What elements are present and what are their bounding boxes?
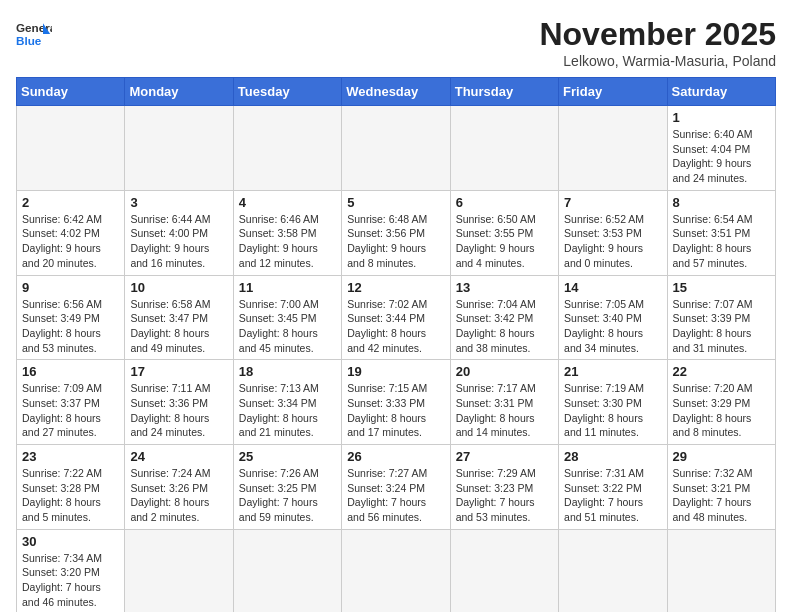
day-22: 22 Sunrise: 7:20 AMSunset: 3:29 PMDaylig… — [667, 360, 775, 445]
weekday-header-row: Sunday Monday Tuesday Wednesday Thursday… — [17, 78, 776, 106]
empty-cell — [342, 106, 450, 191]
svg-text:Blue: Blue — [16, 34, 42, 47]
day-3: 3 Sunrise: 6:44 AMSunset: 4:00 PMDayligh… — [125, 190, 233, 275]
day-9: 9 Sunrise: 6:56 AMSunset: 3:49 PMDayligh… — [17, 275, 125, 360]
day-23: 23 Sunrise: 7:22 AMSunset: 3:28 PMDaylig… — [17, 445, 125, 530]
header: General Blue November 2025 Lelkowo, Warm… — [16, 16, 776, 69]
day-17: 17 Sunrise: 7:11 AMSunset: 3:36 PMDaylig… — [125, 360, 233, 445]
logo-icon: General Blue — [16, 16, 52, 52]
header-monday: Monday — [125, 78, 233, 106]
logo: General Blue — [16, 16, 52, 52]
day-10: 10 Sunrise: 6:58 AMSunset: 3:47 PMDaylig… — [125, 275, 233, 360]
day-8: 8 Sunrise: 6:54 AMSunset: 3:51 PMDayligh… — [667, 190, 775, 275]
week-row-4: 16 Sunrise: 7:09 AMSunset: 3:37 PMDaylig… — [17, 360, 776, 445]
day-14: 14 Sunrise: 7:05 AMSunset: 3:40 PMDaylig… — [559, 275, 667, 360]
day-15: 15 Sunrise: 7:07 AMSunset: 3:39 PMDaylig… — [667, 275, 775, 360]
header-tuesday: Tuesday — [233, 78, 341, 106]
day-27: 27 Sunrise: 7:29 AMSunset: 3:23 PMDaylig… — [450, 445, 558, 530]
week-row-2: 2 Sunrise: 6:42 AMSunset: 4:02 PMDayligh… — [17, 190, 776, 275]
subtitle: Lelkowo, Warmia-Masuria, Poland — [539, 53, 776, 69]
empty-cell — [559, 106, 667, 191]
day-2: 2 Sunrise: 6:42 AMSunset: 4:02 PMDayligh… — [17, 190, 125, 275]
day-5: 5 Sunrise: 6:48 AMSunset: 3:56 PMDayligh… — [342, 190, 450, 275]
day-7: 7 Sunrise: 6:52 AMSunset: 3:53 PMDayligh… — [559, 190, 667, 275]
week-row-1: 1 Sunrise: 6:40 AM Sunset: 4:04 PM Dayli… — [17, 106, 776, 191]
empty-cell — [667, 529, 775, 612]
empty-cell — [17, 106, 125, 191]
empty-cell — [559, 529, 667, 612]
day-25: 25 Sunrise: 7:26 AMSunset: 3:25 PMDaylig… — [233, 445, 341, 530]
day-30: 30 Sunrise: 7:34 AMSunset: 3:20 PMDaylig… — [17, 529, 125, 612]
header-wednesday: Wednesday — [342, 78, 450, 106]
empty-cell — [125, 529, 233, 612]
empty-cell — [342, 529, 450, 612]
week-row-3: 9 Sunrise: 6:56 AMSunset: 3:49 PMDayligh… — [17, 275, 776, 360]
header-thursday: Thursday — [450, 78, 558, 106]
day-29: 29 Sunrise: 7:32 AMSunset: 3:21 PMDaylig… — [667, 445, 775, 530]
empty-cell — [450, 106, 558, 191]
month-title: November 2025 — [539, 16, 776, 53]
day-18: 18 Sunrise: 7:13 AMSunset: 3:34 PMDaylig… — [233, 360, 341, 445]
empty-cell — [233, 529, 341, 612]
header-sunday: Sunday — [17, 78, 125, 106]
week-row-5: 23 Sunrise: 7:22 AMSunset: 3:28 PMDaylig… — [17, 445, 776, 530]
day-1: 1 Sunrise: 6:40 AM Sunset: 4:04 PM Dayli… — [667, 106, 775, 191]
week-row-6: 30 Sunrise: 7:34 AMSunset: 3:20 PMDaylig… — [17, 529, 776, 612]
empty-cell — [450, 529, 558, 612]
day-4: 4 Sunrise: 6:46 AMSunset: 3:58 PMDayligh… — [233, 190, 341, 275]
day-26: 26 Sunrise: 7:27 AMSunset: 3:24 PMDaylig… — [342, 445, 450, 530]
header-friday: Friday — [559, 78, 667, 106]
calendar: Sunday Monday Tuesday Wednesday Thursday… — [16, 77, 776, 612]
day-11: 11 Sunrise: 7:00 AMSunset: 3:45 PMDaylig… — [233, 275, 341, 360]
day-19: 19 Sunrise: 7:15 AMSunset: 3:33 PMDaylig… — [342, 360, 450, 445]
empty-cell — [233, 106, 341, 191]
day-28: 28 Sunrise: 7:31 AMSunset: 3:22 PMDaylig… — [559, 445, 667, 530]
day-24: 24 Sunrise: 7:24 AMSunset: 3:26 PMDaylig… — [125, 445, 233, 530]
header-saturday: Saturday — [667, 78, 775, 106]
day-21: 21 Sunrise: 7:19 AMSunset: 3:30 PMDaylig… — [559, 360, 667, 445]
day-16: 16 Sunrise: 7:09 AMSunset: 3:37 PMDaylig… — [17, 360, 125, 445]
title-area: November 2025 Lelkowo, Warmia-Masuria, P… — [539, 16, 776, 69]
day-6: 6 Sunrise: 6:50 AMSunset: 3:55 PMDayligh… — [450, 190, 558, 275]
day-20: 20 Sunrise: 7:17 AMSunset: 3:31 PMDaylig… — [450, 360, 558, 445]
day-12: 12 Sunrise: 7:02 AMSunset: 3:44 PMDaylig… — [342, 275, 450, 360]
day-13: 13 Sunrise: 7:04 AMSunset: 3:42 PMDaylig… — [450, 275, 558, 360]
empty-cell — [125, 106, 233, 191]
